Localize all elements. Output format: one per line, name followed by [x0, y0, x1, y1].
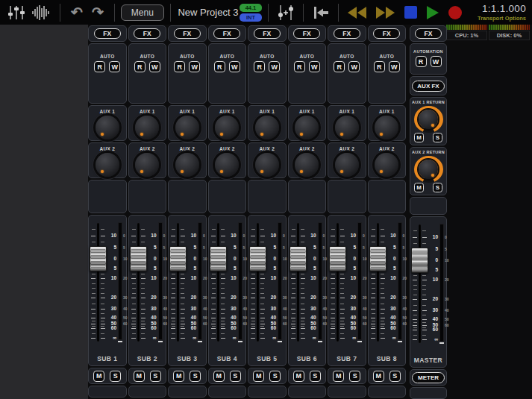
solo-button[interactable]: S [190, 371, 201, 382]
fader-cap[interactable] [130, 246, 147, 271]
time-display-zone[interactable]: 1:1.1.000 Transport Options [465, 3, 528, 22]
fx-button[interactable]: FX [254, 28, 281, 39]
automation-read-button[interactable]: R [94, 61, 105, 72]
solo-button[interactable]: S [389, 371, 401, 382]
aux2-send-knob[interactable] [96, 153, 119, 177]
aux2-send-knob[interactable] [335, 153, 359, 177]
fader-cap[interactable] [369, 246, 387, 271]
sample-rate-badge[interactable]: 44.1 [240, 4, 262, 12]
menu-button[interactable]: Menu [121, 4, 164, 21]
fader-cap[interactable] [169, 246, 187, 271]
solo-button[interactable]: S [230, 371, 241, 382]
stop-button[interactable] [404, 6, 417, 19]
automation-write-button[interactable]: W [269, 61, 280, 72]
fader-track[interactable] [97, 223, 99, 342]
sync-source-badge[interactable]: INT [240, 13, 262, 22]
aux1-send-knob[interactable] [335, 116, 359, 139]
mute-button[interactable]: M [134, 371, 145, 382]
automation-write-button[interactable]: W [348, 61, 360, 72]
aux2-send-knob[interactable] [255, 153, 279, 177]
mute-button[interactable]: M [93, 371, 104, 382]
fader-cap[interactable] [290, 246, 307, 271]
automation-read-button[interactable]: R [174, 61, 185, 72]
fader-track[interactable] [297, 223, 299, 342]
undo-icon[interactable]: ↶ [66, 5, 87, 19]
return-to-start-icon[interactable] [310, 6, 332, 19]
aux1-send-knob[interactable] [375, 116, 398, 139]
fader-cap[interactable] [411, 248, 428, 273]
automation-read-button[interactable]: R [134, 61, 145, 72]
fader-track[interactable] [337, 223, 339, 342]
mute-button[interactable]: M [414, 133, 424, 142]
fader-cap[interactable] [90, 246, 107, 271]
fader-track[interactable] [217, 223, 219, 342]
mute-button[interactable]: M [293, 371, 304, 382]
aux1-send-knob[interactable] [96, 116, 119, 139]
fader-track[interactable] [137, 223, 140, 342]
aux1-send-knob[interactable] [215, 116, 239, 139]
automation-write-button[interactable]: W [149, 61, 160, 72]
fader-track[interactable] [177, 223, 179, 342]
fast-forward-button[interactable] [376, 7, 395, 19]
time-display[interactable]: 1:1.1.000 [465, 3, 526, 14]
automation-write-button[interactable]: W [189, 61, 200, 72]
mute-button[interactable]: M [414, 183, 424, 192]
solo-button[interactable]: S [310, 371, 321, 382]
solo-button[interactable]: S [150, 371, 161, 382]
mute-button[interactable]: M [333, 371, 344, 382]
punch-in-out-icon[interactable] [275, 4, 297, 22]
fx-button[interactable]: FX [94, 28, 121, 39]
fx-button[interactable]: FX [293, 28, 320, 39]
fader-track[interactable] [419, 224, 421, 343]
meter-button[interactable]: METER [412, 372, 445, 383]
aux1-send-knob[interactable] [175, 116, 199, 139]
aux2-send-knob[interactable] [295, 153, 319, 177]
fx-button[interactable]: FX [334, 28, 360, 39]
record-button[interactable] [448, 6, 462, 19]
solo-button[interactable]: S [110, 371, 121, 382]
play-button[interactable] [427, 6, 439, 19]
transport-options-label[interactable]: Transport Options [465, 15, 526, 22]
fader-cap[interactable] [249, 246, 266, 271]
aux2-send-knob[interactable] [135, 153, 159, 177]
automation-read-button[interactable]: R [254, 61, 265, 72]
automation-read-button[interactable]: R [334, 61, 345, 72]
automation-read-button[interactable]: R [374, 61, 385, 72]
fx-button[interactable]: FX [134, 28, 160, 39]
fader-cap[interactable] [210, 246, 227, 271]
mute-button[interactable]: M [213, 371, 225, 382]
solo-button[interactable]: S [269, 371, 281, 382]
aux2-return-knob[interactable] [414, 156, 443, 183]
mixer-view-icon[interactable] [4, 4, 28, 21]
fx-button[interactable]: FX [415, 28, 442, 39]
automation-write-button[interactable]: W [389, 61, 400, 72]
fx-button[interactable]: FX [174, 28, 201, 39]
aux1-send-knob[interactable] [295, 116, 319, 139]
aux1-send-knob[interactable] [255, 116, 279, 139]
aux1-return-knob[interactable] [414, 106, 443, 133]
mute-button[interactable]: M [173, 371, 184, 382]
aux2-send-knob[interactable] [215, 153, 239, 177]
aux2-send-knob[interactable] [375, 153, 398, 177]
aux1-send-knob[interactable] [135, 116, 159, 139]
automation-write-button[interactable]: W [229, 61, 240, 72]
fader-track[interactable] [257, 223, 259, 342]
fader-cap[interactable] [329, 246, 346, 271]
fader-track[interactable] [377, 223, 379, 342]
solo-button[interactable]: S [349, 371, 360, 382]
aux-fx-button[interactable]: AUX FX [412, 81, 445, 92]
redo-icon[interactable]: ↷ [87, 5, 108, 19]
mute-button[interactable]: M [373, 371, 384, 382]
automation-write-button[interactable]: W [431, 56, 442, 67]
mute-button[interactable]: M [253, 371, 264, 382]
fx-button[interactable]: FX [373, 28, 400, 39]
automation-write-button[interactable]: W [109, 61, 120, 72]
rewind-button[interactable] [348, 7, 366, 19]
waveform-edit-icon[interactable] [28, 4, 54, 21]
fx-button[interactable]: FX [213, 28, 240, 39]
automation-read-button[interactable]: R [416, 56, 427, 67]
automation-write-button[interactable]: W [309, 61, 320, 72]
automation-read-button[interactable]: R [294, 61, 305, 72]
aux2-send-knob[interactable] [175, 153, 199, 177]
automation-read-button[interactable]: R [214, 61, 225, 72]
